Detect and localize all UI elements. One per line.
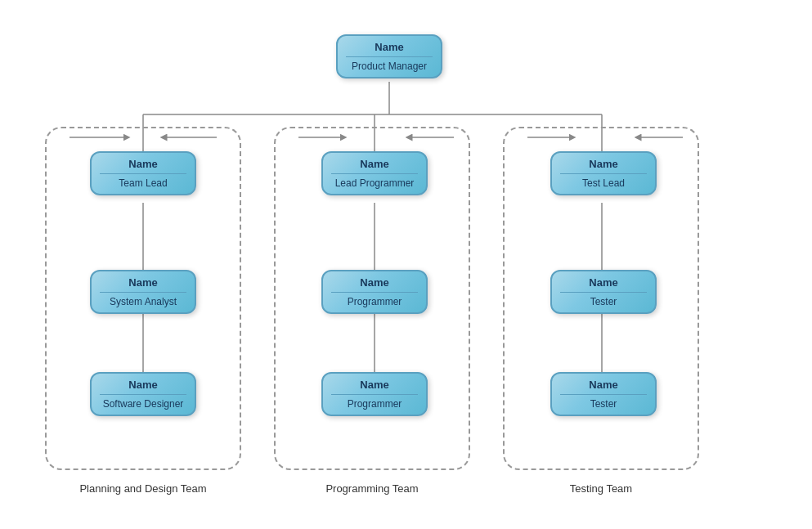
- card-sys-analyst-name: Name: [100, 276, 186, 293]
- card-programmer2: Name Programmer: [321, 372, 428, 416]
- testing-label: Testing Team: [511, 482, 691, 495]
- card-lead-prog-role: Lead Programmer: [331, 177, 418, 189]
- card-programmer2-name: Name: [331, 379, 418, 395]
- card-sys-analyst: Name System Analyst: [90, 270, 196, 314]
- card-sw-designer: Name Software Designer: [90, 372, 196, 416]
- card-tester2-name: Name: [560, 379, 647, 395]
- card-programmer2-role: Programmer: [331, 398, 418, 410]
- programming-label: Programming Team: [282, 482, 462, 495]
- card-tester2: Name Tester: [550, 372, 657, 416]
- card-tester2-role: Tester: [560, 398, 647, 410]
- card-tester1: Name Tester: [550, 270, 657, 314]
- card-sw-designer-name: Name: [100, 379, 186, 395]
- card-team-lead-name: Name: [100, 158, 186, 174]
- card-tester1-role: Tester: [560, 296, 647, 307]
- planning-label: Planning and Design Team: [53, 482, 233, 495]
- card-test-lead-name: Name: [560, 158, 647, 174]
- card-test-lead-role: Test Lead: [560, 177, 647, 189]
- card-programmer1: Name Programmer: [321, 270, 428, 314]
- card-team-lead-role: Team Lead: [100, 177, 186, 189]
- card-programmer1-name: Name: [331, 276, 418, 293]
- card-tester1-name: Name: [560, 276, 647, 293]
- card-test-lead: Name Test Lead: [550, 151, 657, 195]
- card-sys-analyst-role: System Analyst: [100, 296, 186, 307]
- card-programmer1-role: Programmer: [331, 296, 418, 307]
- card-pm: Name Product Manager: [336, 34, 442, 78]
- card-lead-prog-name: Name: [331, 158, 418, 174]
- card-lead-prog: Name Lead Programmer: [321, 151, 428, 195]
- card-pm-role: Product Manager: [346, 61, 433, 72]
- card-team-lead: Name Team Lead: [90, 151, 196, 195]
- card-pm-name: Name: [346, 41, 433, 57]
- org-chart: Planning and Design Team Programming Tea…: [0, 0, 812, 529]
- card-sw-designer-role: Software Designer: [100, 398, 186, 410]
